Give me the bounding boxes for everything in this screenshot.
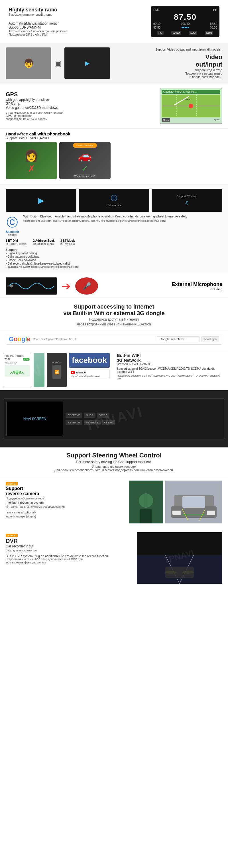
stereo-btn-reserve2[interactable]: RESERVE [66, 420, 82, 425]
video-desc-ru2: и ввода всех моделей. [155, 75, 222, 79]
wifi-desc-en: Support external 3G/4G(support WCDMA/CDM… [117, 367, 224, 373]
bt-description: With Buit-in Bluetooth, enable hands-fre… [23, 215, 222, 222]
microphone-image-area: ➔ 🎤 [6, 277, 172, 294]
arrow-right-icon: ➔ [61, 279, 71, 292]
wifi-desc-ru: Поддержка внешних 3G / 4G (поддержка WCD… [117, 374, 224, 380]
radio-controls: AS BAND LOC EON [153, 31, 217, 35]
gps-footer: Menu Speed [162, 118, 220, 122]
svg-rect-29 [165, 566, 194, 578]
svg-rect-11 [140, 509, 152, 523]
steering-sub: For more safety drivling life,Can suppor… [6, 460, 222, 464]
internet-ru: Поддержка доступа в Интернет [6, 317, 222, 321]
video-image-screen: ▶ [65, 48, 110, 79]
radio-freq-main: 87.50 [153, 12, 217, 22]
wifi-toggle[interactable]: ON [23, 358, 30, 361]
radio-display: FM1 ▶▶ 87.50 90.10 106.10 87.50 87.50 ■■… [151, 6, 220, 37]
wifi-dongle-image: optional 📶 [47, 353, 67, 387]
internet-section: Support accessing to internet via Built-… [0, 299, 228, 331]
svg-point-4 [189, 104, 193, 108]
hands-free-support: Support HSP,HFP,A2DP,AVRCP [6, 136, 222, 140]
bt-sup2: • Calls automatic switching [6, 255, 222, 258]
camera-title-ru: Поддержка обратная камера [6, 497, 124, 500]
google-search-box[interactable]: Google search for... [157, 336, 200, 342]
gps-feature3: Voice guidence/2D&3D map views [6, 106, 160, 110]
radio-feature1-ru2: Поддержка DRS / AM / FM [8, 33, 151, 36]
youtube-panel: ▶ YouTube https://vk.com/topic-fact-navi [69, 369, 110, 379]
wifi-screens: Personal Hotspot Wi-Fi ON TPNAVI_AP TPNA… [0, 350, 113, 390]
steering-title-pre: Support [66, 452, 92, 459]
facebook-panel: facebook [69, 353, 110, 368]
bt-icon-area: ⓒ Bluetooth блютуз [6, 215, 19, 236]
stereo-screen: NAVI SCREEN [6, 402, 63, 436]
dvr-night-image: TPNAVI [137, 532, 222, 584]
wifi-label: Wi-Fi [5, 358, 10, 361]
youtube-label: YouTube [76, 371, 85, 374]
radio-text-block: Highly sensity radio Высокочувствительны… [8, 7, 151, 36]
gps-speed-label: Speed [214, 118, 220, 122]
video-images: 👦 ▣ ▶ [6, 48, 155, 79]
check-indicator: ✓ [73, 163, 97, 174]
video-image-child: 👦 [6, 48, 51, 79]
internet-title: Support accessing to internet [6, 303, 222, 310]
vk-link: https://vk.com/topic-fact-navi [71, 375, 108, 377]
usb-dongle-icon: 📶 [52, 365, 61, 379]
radio-feature1-ru: Автоматический поиск в ручном режиме [8, 29, 151, 33]
bt-support1: 1 BT Dial bt нажать номер [6, 239, 27, 245]
svg-rect-17 [182, 496, 205, 508]
car-unit-section: TPNAVI NAVI SCREEN RESERVE SHOP VOICE RE… [0, 390, 228, 447]
gps-title: GPS [6, 91, 160, 98]
driving-image [129, 480, 163, 523]
gps-map: GPS [162, 95, 220, 117]
microphone-section: ➔ 🎤 External Microphone including [0, 273, 228, 299]
radio-feature1: Automatic&Manual station serach [8, 22, 151, 25]
hotspot-screen: Personal Hotspot Wi-Fi ON TPNAVI_AP [3, 353, 31, 387]
bt-support3: 3 BT Music BT Музыка [61, 239, 76, 245]
bt-music-label: Support BT Music [177, 195, 197, 198]
bt-music-area: Support BT Music ♫ [152, 189, 222, 212]
im-on-way-bubble: I'm on the way! [73, 143, 97, 148]
stereo-btn-reserve[interactable]: RESERVE [66, 412, 82, 418]
hotspot-desc: TPNAVI_AP [5, 362, 30, 364]
dvr-desc1: Buit in DVR system.Plug an additional DV… [6, 554, 132, 558]
video-text: Support Video output and input from all … [155, 48, 222, 79]
camera-title2: reverse camera [6, 491, 124, 496]
google-section: Google Shenzhen Top New Electronic. Co.,… [0, 331, 228, 350]
google-logo: Google [9, 335, 31, 343]
bt-sup4: • Call record display(missed,answered,di… [6, 262, 222, 265]
svg-text:GPS: GPS [185, 98, 190, 101]
optional-badge-dongle: optional [52, 361, 61, 364]
bt-desc-en: With Buit-in Bluetooth, enable hands-fre… [23, 215, 222, 218]
google-search-button[interactable]: good gps [201, 336, 219, 342]
bt-sup5: Продолжайте рулем колесом для обеспечени… [6, 266, 222, 268]
gps-menu-btn[interactable]: Menu [162, 118, 170, 122]
radio-freq-row1: 90.10 106.10 87.50 [153, 22, 217, 25]
gps-ru1: с приложением для высокочувствительный [6, 111, 160, 114]
car-rear-image [165, 480, 222, 523]
camera-rear: rear camera(optional) [6, 510, 124, 514]
bt-dial-screen: ▶ [6, 189, 76, 212]
video-title: Video [155, 54, 222, 61]
gps-screen: Autodetecting GPS receiver... GPS Menu S… [160, 88, 222, 124]
phone-image-driver: I'm on the way! 🚗 ✓ Where are you now? [59, 142, 111, 179]
gps-text: GPS with gps app.highly sensitive GPS ch… [6, 91, 160, 121]
hands-free-title: Hands-free call with phonebook [6, 131, 222, 136]
internet-ru2: через встроенный Wi-Fi или внешний 3G-кл… [6, 322, 222, 326]
phone-images: 👩 ✗ I'm on the way! 🚗 ✓ Where are you no… [6, 142, 222, 179]
video-title-ru: видеовыход и вход [155, 68, 222, 72]
svg-rect-18 [173, 510, 181, 515]
steering-ru: Управление рулевым колесом [6, 465, 222, 468]
radio-support: Support DRS/AM/FM [8, 25, 151, 29]
mic-title: External Microphone [172, 281, 222, 287]
bt-sup1: • Digital keyboard dialing [6, 252, 222, 255]
gps-feature1: with gps app.highly sensitive [6, 98, 160, 102]
camera-optional-label: optional [6, 482, 18, 486]
camera-text: optional Support reverse camera Поддержк… [6, 480, 124, 523]
bt-sup3: • Phone Book download [6, 258, 222, 262]
dvr-desc-ru2: активировать функцию записи [6, 561, 132, 564]
camera-title: Support [6, 486, 124, 491]
dvr-section: optional DVR Car recorder input Вход для… [0, 528, 228, 588]
bt-sup-label: Support: [6, 248, 222, 251]
bluetooth-section: ▶ ⓒ Dial interface Support BT Music ♫ ⓒ … [0, 185, 228, 273]
microphone-text: External Microphone including [172, 281, 222, 291]
wifi-title: Buit-in WIFI [117, 353, 224, 358]
